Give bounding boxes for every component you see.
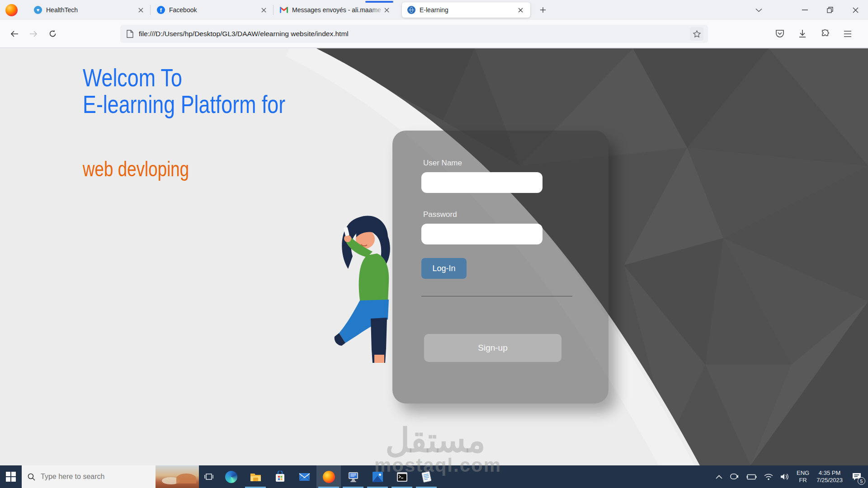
window-restore-button[interactable] [817,0,843,20]
new-tab-button[interactable] [536,3,550,17]
downloads-icon[interactable] [797,28,808,40]
tab-container-indicator [365,1,393,3]
taskbar-app-store[interactable] [268,465,292,488]
page-viewport: Welcom To E-learning Platform for web de… [0,48,868,465]
edge-icon [225,471,237,483]
wifi-icon[interactable] [764,474,773,480]
search-highlight-image[interactable] [156,465,199,488]
url-text[interactable]: file:///D:/Users/hp/Desktop/GL3/DAAW/ele… [139,30,690,38]
search-input[interactable] [40,472,144,481]
taskbar-app-edge[interactable] [219,465,243,488]
list-all-tabs-chevron-icon[interactable] [746,0,771,20]
taskbar-app-monitor[interactable] [341,465,365,488]
tab-close-icon[interactable] [515,5,526,15]
tab-title: E-learning [420,6,515,14]
taskbar-app-file-explorer[interactable] [243,465,268,488]
person-illustration [333,214,401,363]
volume-icon[interactable] [780,473,789,480]
terminal-icon [396,471,408,483]
menu-hamburger-icon[interactable] [842,28,854,40]
start-button[interactable] [0,465,22,488]
tab-title-fade [369,3,385,16]
page-subheading: web devloping [83,157,189,181]
heading-line2: E-learning Platform for [83,91,285,118]
elearning-favicon [407,6,415,14]
microsoft-store-icon [274,471,286,483]
tab-close-icon[interactable] [258,5,269,15]
task-view-button[interactable] [199,465,219,488]
windows-logo-icon [6,472,16,482]
heading-line1: Welcom To [83,65,285,91]
pocket-icon[interactable] [774,28,786,40]
facebook-favicon: f [157,6,165,14]
tab-title: Facebook [169,6,258,14]
language-line2: FR [797,477,809,484]
reload-button[interactable] [44,26,61,42]
clock-time: 4:35 PM [816,469,843,477]
browser-window: ♥ HealthTech f Facebook Messa [0,0,868,488]
window-minimize-button[interactable] [792,0,817,20]
clock-date: 7/25/2023 [816,477,843,484]
signup-button[interactable]: Sign-up [424,334,561,362]
notepad-icon [420,471,433,483]
window-close-button[interactable] [843,0,868,20]
taskbar-app-firefox[interactable] [316,465,341,488]
clock[interactable]: 4:35 PM 7/25/2023 [816,469,843,484]
system-tray: ENG FR 4:35 PM 7/25/2023 5 [716,465,863,488]
tab-elearning-active[interactable]: E-learning [402,2,530,18]
extensions-puzzle-icon[interactable] [819,28,831,40]
photos-icon [372,471,384,483]
login-card: User Name Password Log-In Sign-up [392,131,609,404]
firefox-logo-icon[interactable] [5,4,18,16]
action-center-button[interactable]: 5 [850,470,863,483]
monitor-keyboard-icon [347,471,359,483]
back-button[interactable] [6,26,23,42]
page-heading: Welcom To E-learning Platform for [83,65,285,118]
tab-strip: ♥ HealthTech f Facebook Messa [0,0,868,20]
browser-toolbar: file:///D:/Users/hp/Desktop/GL3/DAAW/ele… [0,20,868,48]
password-label: Password [423,210,457,219]
forward-button[interactable] [25,26,42,42]
tab-title: Messages envoyés - ali.maamer [292,6,381,14]
taskbar-search[interactable] [22,465,199,488]
taskbar-app-terminal[interactable] [390,465,414,488]
healthtech-favicon: ♥ [34,6,42,14]
battery-charging-icon[interactable] [746,474,757,480]
tab-healthtech[interactable]: ♥ HealthTech [28,0,151,20]
file-explorer-icon [250,471,262,483]
windows-taskbar: ENG FR 4:35 PM 7/25/2023 5 [0,465,868,488]
taskbar-app-mail[interactable] [292,465,316,488]
login-button[interactable]: Log-In [421,258,467,279]
page-icon [127,30,133,38]
gmail-favicon [280,6,288,14]
form-divider [421,296,572,296]
language-indicator[interactable]: ENG FR [797,469,809,484]
tab-close-icon[interactable] [135,5,146,15]
taskbar-app-notepad[interactable] [414,465,439,488]
tray-chevron-up-icon[interactable] [716,475,722,479]
tab-gmail-messages[interactable]: Messages envoyés - ali.maamer [274,0,396,20]
url-bar[interactable]: file:///D:/Users/hp/Desktop/GL3/DAAW/ele… [120,25,708,43]
tab-facebook[interactable]: f Facebook [151,0,274,20]
search-icon [28,473,35,481]
mail-icon [298,471,311,483]
username-label: User Name [423,159,462,168]
notification-badge: 5 [858,477,865,485]
username-input[interactable] [421,172,542,193]
password-input[interactable] [421,224,542,244]
language-line1: ENG [797,469,809,477]
firefox-icon [323,471,335,483]
taskbar-app-photos[interactable] [365,465,390,488]
bookmark-star-icon[interactable] [690,27,703,41]
tab-title: HealthTech [46,6,135,14]
toolbar-right-icons [774,28,854,40]
cast-icon[interactable] [730,473,739,480]
